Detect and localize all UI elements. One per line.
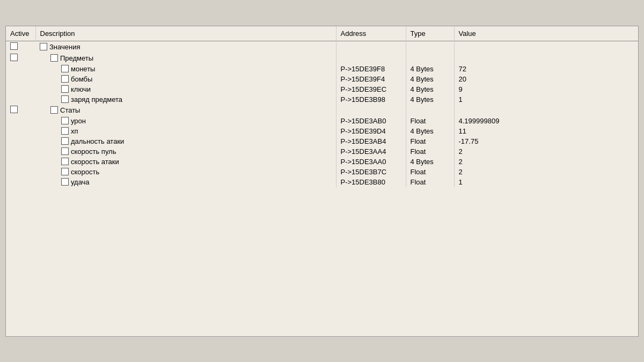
active-checkbox[interactable] — [10, 42, 18, 50]
address-cell — [336, 41, 406, 53]
description-cell: скорость пуль — [35, 146, 336, 157]
type-cell: Float — [406, 177, 454, 187]
header-type: Type — [406, 26, 454, 41]
cheat-table: Active Description Address Type Value Зн… — [6, 26, 638, 187]
active-cell — [6, 84, 35, 94]
row-label: заряд предмета — [71, 95, 122, 104]
row-label: Значения — [49, 43, 80, 51]
value-cell[interactable] — [454, 53, 638, 64]
value-cell[interactable] — [454, 105, 638, 116]
table-row[interactable]: бомбыP->15DE39F44 Bytes20 — [6, 74, 638, 84]
type-cell: 4 Bytes — [406, 126, 454, 136]
row-label: Статы — [60, 106, 80, 114]
description-cell: удача — [35, 177, 336, 187]
description-cell: бомбы — [35, 74, 336, 84]
active-cell — [6, 126, 35, 136]
header-active: Active — [6, 26, 35, 41]
value-cell[interactable]: 2 — [454, 167, 638, 177]
value-cell[interactable]: 11 — [454, 126, 638, 136]
row-checkbox[interactable] — [61, 127, 69, 135]
value-cell[interactable]: 2 — [454, 157, 638, 167]
table-row[interactable]: Предметы — [6, 53, 638, 64]
type-cell: 4 Bytes — [406, 157, 454, 167]
row-checkbox[interactable] — [50, 54, 58, 62]
row-checkbox[interactable] — [61, 137, 69, 145]
active-cell — [6, 116, 35, 126]
row-label: скорость атаки — [71, 158, 119, 166]
address-cell: P->15DE3B7C — [336, 167, 406, 177]
row-label: скорость — [71, 168, 99, 176]
table-row[interactable]: удачаP->15DE3B80Float1 — [6, 177, 638, 187]
header-address: Address — [336, 26, 406, 41]
row-checkbox[interactable] — [61, 95, 69, 103]
value-cell[interactable]: 1 — [454, 94, 638, 105]
active-cell — [6, 105, 35, 116]
value-cell[interactable]: 72 — [454, 64, 638, 74]
value-cell[interactable] — [454, 41, 638, 53]
description-cell: скорость атаки — [35, 157, 336, 167]
active-cell — [6, 136, 35, 146]
row-checkbox[interactable] — [61, 147, 69, 155]
table-row[interactable]: Статы — [6, 105, 638, 116]
type-cell: Float — [406, 136, 454, 146]
row-checkbox[interactable] — [61, 117, 69, 124]
table-header: Active Description Address Type Value — [6, 26, 638, 41]
active-cell — [6, 94, 35, 105]
active-cell — [6, 167, 35, 177]
header-description: Description — [35, 26, 336, 41]
address-cell — [336, 53, 406, 64]
table-row[interactable]: ключиP->15DE39EC4 Bytes9 — [6, 84, 638, 94]
row-checkbox[interactable] — [61, 158, 69, 165]
active-cell — [6, 53, 35, 64]
row-label: ключи — [71, 85, 91, 93]
active-cell — [6, 41, 35, 53]
table-row[interactable]: Значения — [6, 41, 638, 53]
row-checkbox[interactable] — [50, 106, 58, 114]
active-checkbox[interactable] — [10, 54, 18, 61]
row-checkbox[interactable] — [61, 168, 69, 175]
type-cell: 4 Bytes — [406, 64, 454, 74]
row-label: бомбы — [71, 75, 92, 83]
value-cell[interactable]: -17.75 — [454, 136, 638, 146]
table-row[interactable]: скоростьP->15DE3B7CFloat2 — [6, 167, 638, 177]
address-cell: P->15DE3B80 — [336, 177, 406, 187]
description-cell: ключи — [35, 84, 336, 94]
type-cell — [406, 41, 454, 53]
table-row[interactable]: скорость атакиP->15DE3AA04 Bytes2 — [6, 157, 638, 167]
description-cell: урон — [35, 116, 336, 126]
address-cell: P->15DE39EC — [336, 84, 406, 94]
table-row[interactable]: хпP->15DE39D44 Bytes11 — [6, 126, 638, 136]
address-cell: P->15DE39F8 — [336, 64, 406, 74]
row-checkbox[interactable] — [61, 85, 69, 93]
description-cell: Предметы — [35, 53, 336, 64]
active-checkbox[interactable] — [10, 106, 18, 113]
address-cell: P->15DE3B98 — [336, 94, 406, 105]
active-cell — [6, 177, 35, 187]
row-checkbox[interactable] — [61, 75, 69, 83]
table-row[interactable]: скорость пульP->15DE3AA4Float2 — [6, 146, 638, 157]
row-label: Предметы — [60, 54, 93, 62]
address-cell: P->15DE3AB0 — [336, 116, 406, 126]
active-cell — [6, 64, 35, 74]
value-cell[interactable]: 2 — [454, 146, 638, 157]
table-row[interactable]: монетыP->15DE39F84 Bytes72 — [6, 64, 638, 74]
row-checkbox[interactable] — [61, 178, 69, 186]
table-row[interactable]: уронP->15DE3AB0Float4.199999809 — [6, 116, 638, 126]
description-cell: скорость — [35, 167, 336, 177]
address-cell: P->15DE39D4 — [336, 126, 406, 136]
value-cell[interactable]: 1 — [454, 177, 638, 187]
table-row[interactable]: дальность атакиP->15DE3AB4Float-17.75 — [6, 136, 638, 146]
header-value: Value — [454, 26, 638, 41]
table-container[interactable]: Active Description Address Type Value Зн… — [6, 26, 638, 336]
row-checkbox[interactable] — [40, 43, 47, 50]
active-cell — [6, 157, 35, 167]
value-cell[interactable]: 9 — [454, 84, 638, 94]
table-row[interactable]: заряд предметаP->15DE3B984 Bytes1 — [6, 94, 638, 105]
value-cell[interactable]: 20 — [454, 74, 638, 84]
description-cell: монеты — [35, 64, 336, 74]
type-cell: Float — [406, 116, 454, 126]
type-cell: 4 Bytes — [406, 84, 454, 94]
value-cell[interactable]: 4.199999809 — [454, 116, 638, 126]
row-label: дальность атаки — [71, 137, 124, 145]
row-checkbox[interactable] — [61, 65, 69, 72]
